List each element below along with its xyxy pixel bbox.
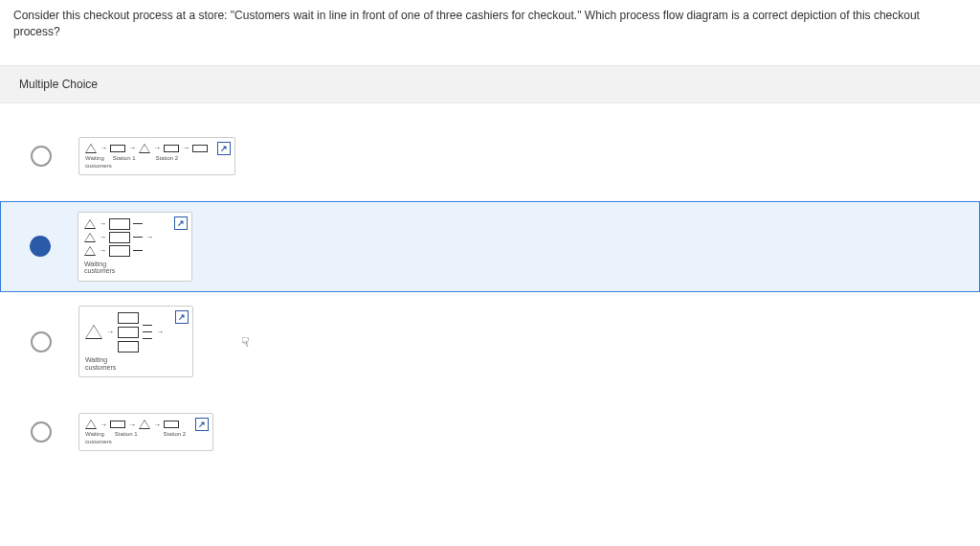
radio-b[interactable]: [30, 236, 51, 257]
options-container: → → → → Waiting Station 1 Station 2 cust…: [0, 103, 980, 486]
option-a[interactable]: → → → → Waiting Station 1 Station 2 cust…: [0, 113, 980, 199]
radio-d[interactable]: [31, 421, 52, 443]
radio-c[interactable]: [31, 331, 52, 353]
expand-icon[interactable]: [175, 310, 189, 324]
question-text: Consider this checkout process at a stor…: [0, 0, 980, 48]
triangle-icon: [84, 219, 96, 229]
option-d[interactable]: → → → Waiting Station 1 Station 2 custom…: [0, 389, 980, 475]
option-b[interactable]: → → → → Waiting: [0, 201, 980, 292]
multiple-choice-header: Multiple Choice: [0, 65, 980, 103]
diagram-b-caption: Waiting customers: [84, 261, 165, 275]
triangle-icon: [85, 144, 97, 153]
triangle-icon: [84, 246, 96, 256]
triangle-icon: [139, 420, 150, 429]
diagram-c-caption: Waiting customers: [85, 356, 166, 371]
diagram-card-b: → → → → Waiting: [78, 212, 192, 282]
option-c[interactable]: → → Waiting customers: [0, 294, 980, 389]
expand-icon[interactable]: [217, 142, 231, 155]
radio-a[interactable]: [31, 146, 52, 167]
expand-icon[interactable]: [195, 418, 209, 431]
expand-icon[interactable]: [174, 216, 188, 230]
diagram-card-a: → → → → Waiting Station 1 Station 2 cust…: [78, 137, 235, 175]
triangle-icon: [85, 325, 102, 339]
triangle-icon: [139, 144, 150, 153]
diagram-card-c: → → Waiting customers: [78, 306, 193, 377]
triangle-icon: [84, 233, 96, 242]
hand-cursor-icon: ☟: [241, 334, 250, 350]
triangle-icon: [85, 420, 97, 429]
diagram-card-d: → → → Waiting Station 1 Station 2 custom…: [78, 413, 213, 451]
